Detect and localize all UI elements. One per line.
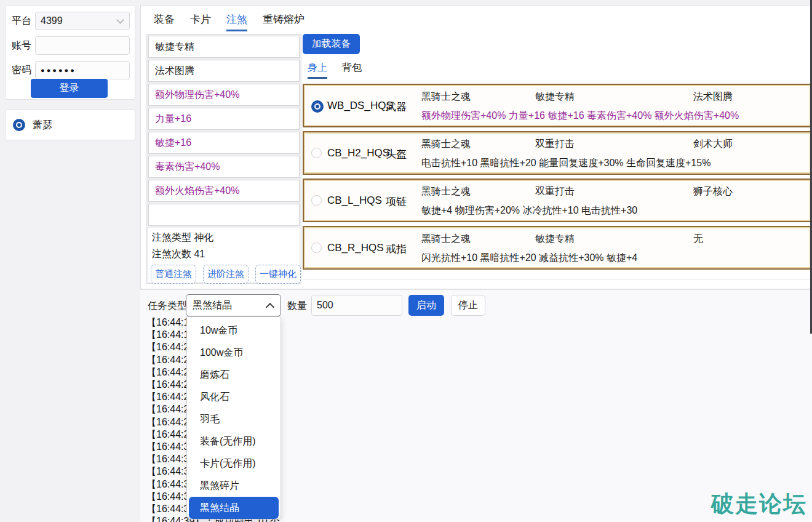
platform-label: 平台 bbox=[12, 15, 35, 28]
main-tab[interactable]: 重铸熔炉 bbox=[263, 12, 304, 31]
equipment-slot: 武器 bbox=[386, 100, 407, 114]
account-input[interactable] bbox=[35, 36, 130, 55]
start-button[interactable]: 启动 bbox=[408, 295, 444, 316]
equipment-totem: 狮子核心 bbox=[693, 185, 803, 198]
main-tabs: 装备 卡片 注煞 重铸熔炉 bbox=[154, 12, 304, 31]
attribute-list-item[interactable]: 力量+16 bbox=[148, 108, 300, 130]
dropdown-option[interactable]: 装备(无作用) bbox=[189, 430, 279, 452]
equipment-row[interactable]: CB_L_HQS 项链 黑骑士之魂 双重打击 狮子核心 敏捷+4 物理伤害+20… bbox=[303, 179, 812, 222]
zhusha-action-button[interactable]: 普通注煞 bbox=[151, 265, 196, 284]
dropdown-option[interactable]: 黑煞结晶 bbox=[189, 497, 279, 519]
character-radio-selected-icon[interactable] bbox=[13, 119, 25, 131]
dropdown-option[interactable]: 10w金币 bbox=[189, 319, 279, 342]
dropdown-option[interactable]: 黑煞碎片 bbox=[189, 475, 279, 497]
equipment-name: CB_R_HQS bbox=[327, 242, 384, 254]
equipment-row[interactable]: CB_H2_HQS 头盔 黑骑士之魂 双重打击 剑术大师 电击抗性+10 黑暗抗… bbox=[303, 131, 812, 175]
quantity-input[interactable]: 500 bbox=[311, 295, 402, 316]
equipment-stats-line: 闪光抗性+10 黑暗抗性+20 减益抗性+30% 敏捷+4 bbox=[421, 252, 637, 265]
equipment-info-line: 黑骑士之魂 敏捷专精 无 bbox=[421, 233, 803, 246]
task-type-dropdown-list: 10w金币 100w金币 磨炼石 风化石 羽毛 装备(无作用) 卡片(无作用) … bbox=[186, 316, 281, 520]
attribute-list-item[interactable]: 额外物理伤害+40% bbox=[148, 84, 300, 106]
attribute-list-item[interactable]: 额外火焰伤害+40% bbox=[148, 180, 300, 202]
equipment-spec: 敏捷专精 bbox=[535, 90, 693, 103]
dropdown-option[interactable]: 100w金币 bbox=[189, 342, 279, 364]
equipment-soul: 黑骑士之魂 bbox=[421, 138, 535, 151]
quantity-value: 500 bbox=[317, 300, 333, 311]
equipment-tab[interactable]: 身上 bbox=[308, 62, 327, 79]
equipment-row[interactable]: CB_R_HQS 戒指 黑骑士之魂 敏捷专精 无 闪光抗性+10 黑暗抗性+20… bbox=[303, 226, 812, 270]
equipment-name: WB_DS_HQS bbox=[327, 100, 393, 112]
equipment-slot: 项链 bbox=[386, 195, 407, 209]
equipment-spec: 敏捷专精 bbox=[535, 233, 693, 246]
zhusha-meta: 注煞类型 神化 注煞次数 41 普通注煞 进阶注煞 一键神化 bbox=[148, 228, 300, 282]
main-tab[interactable]: 装备 bbox=[154, 12, 175, 31]
zhusha-action-button[interactable]: 一键神化 bbox=[255, 265, 301, 284]
equipment-name: CB_L_HQS bbox=[327, 195, 382, 207]
login-button[interactable]: 登录 bbox=[31, 79, 108, 98]
equipment-slot: 头盔 bbox=[386, 147, 407, 161]
attribute-list-item[interactable]: 毒素伤害+40% bbox=[148, 156, 300, 178]
password-input[interactable]: ●●●●●● bbox=[35, 61, 130, 79]
account-label: 账号 bbox=[12, 39, 35, 52]
equipment-soul: 黑骑士之魂 bbox=[421, 90, 535, 103]
attribute-list-item[interactable] bbox=[148, 204, 300, 226]
attribute-list-item[interactable]: 法术图腾 bbox=[148, 60, 300, 82]
zhusha-type-line: 注煞类型 神化 bbox=[151, 231, 297, 244]
equipment-tab[interactable]: 背包 bbox=[342, 62, 362, 79]
equipment-row[interactable]: WB_DS_HQS 武器 黑骑士之魂 敏捷专精 法术图腾 额外物理伤害+40% … bbox=[303, 84, 812, 127]
dropdown-option[interactable]: 羽毛 bbox=[189, 408, 279, 430]
main-tab[interactable]: 卡片 bbox=[190, 12, 211, 31]
equipment-info-line: 黑骑士之魂 双重打击 剑术大师 bbox=[421, 138, 803, 151]
zhusha-buttons: 普通注煞 进阶注煞 一键神化 bbox=[151, 265, 297, 284]
equipment-info-line: 黑骑士之魂 双重打击 狮子核心 bbox=[421, 185, 803, 198]
dropdown-option[interactable]: 风化石 bbox=[189, 386, 279, 408]
watermark: 破走论坛 bbox=[711, 489, 807, 520]
task-type-value: 黑煞结晶 bbox=[193, 299, 232, 312]
platform-select[interactable]: 4399 bbox=[35, 12, 130, 30]
load-equipment-button[interactable]: 加载装备 bbox=[303, 34, 360, 54]
equipment-spec: 双重打击 bbox=[535, 185, 693, 198]
main-tab[interactable]: 注煞 bbox=[226, 12, 247, 31]
equipment-stats-line: 敏捷+4 物理伤害+20% 冰冷抗性+10 电击抗性+30 bbox=[421, 204, 637, 217]
equipment-radio-icon[interactable] bbox=[311, 100, 324, 113]
zhusha-action-button[interactable]: 进阶注煞 bbox=[203, 265, 249, 284]
equipment-soul: 黑骑士之魂 bbox=[421, 233, 535, 246]
attribute-list-item[interactable]: 敏捷+16 bbox=[148, 132, 300, 154]
divider bbox=[303, 279, 812, 280]
dropdown-option[interactable]: 卡片(无作用) bbox=[189, 452, 279, 475]
equipment-totem: 剑术大师 bbox=[693, 138, 803, 151]
platform-value: 4399 bbox=[41, 15, 63, 26]
character-name: 萧瑟 bbox=[33, 119, 52, 132]
equipment-spec: 双重打击 bbox=[535, 138, 693, 151]
equipment-totem: 法术图腾 bbox=[693, 90, 803, 103]
equipment-info-line: 黑骑士之魂 敏捷专精 法术图腾 bbox=[421, 90, 803, 103]
attribute-panel: 敏捷专精 法术图腾 额外物理伤害+40% 力量+16 敏捷+16 毒素伤害+40… bbox=[146, 34, 301, 284]
equipment-name: CB_H2_HQS bbox=[327, 147, 389, 159]
chevron-down-icon bbox=[116, 16, 124, 24]
dropdown-option[interactable]: 磨炼石 bbox=[189, 364, 279, 386]
task-type-label: 任务类型 bbox=[148, 300, 187, 313]
stop-button[interactable]: 停止 bbox=[451, 295, 485, 316]
task-type-select[interactable]: 黑煞结晶 bbox=[186, 294, 281, 316]
character-panel[interactable]: 萧瑟 bbox=[5, 110, 135, 140]
equipment-radio-icon[interactable] bbox=[311, 243, 322, 253]
password-mask: ●●●●●● bbox=[41, 66, 76, 74]
equipment-rows: WB_DS_HQS 武器 黑骑士之魂 敏捷专精 法术图腾 额外物理伤害+40% … bbox=[303, 84, 812, 273]
equipment-tabs: 身上 背包 bbox=[308, 62, 362, 79]
equipment-stats-line: 电击抗性+10 黑暗抗性+20 能量回复速度+30% 生命回复速度+15% bbox=[421, 157, 710, 170]
equipment-stats-line: 额外物理伤害+40% 力量+16 敏捷+16 毒素伤害+40% 额外火焰伤害+4… bbox=[421, 110, 739, 122]
equipment-radio-icon[interactable] bbox=[311, 148, 322, 158]
attribute-list-item[interactable]: 敏捷专精 bbox=[148, 36, 300, 58]
zhusha-count-line: 注煞次数 41 bbox=[151, 248, 297, 261]
equipment-radio-icon[interactable] bbox=[311, 195, 322, 206]
chevron-up-icon bbox=[266, 303, 274, 311]
equipment-soul: 黑骑士之魂 bbox=[421, 185, 535, 198]
password-label: 密码 bbox=[12, 64, 35, 77]
quantity-label: 数量 bbox=[287, 300, 307, 313]
equipment-totem: 无 bbox=[693, 233, 803, 246]
equipment-slot: 戒指 bbox=[386, 242, 407, 256]
